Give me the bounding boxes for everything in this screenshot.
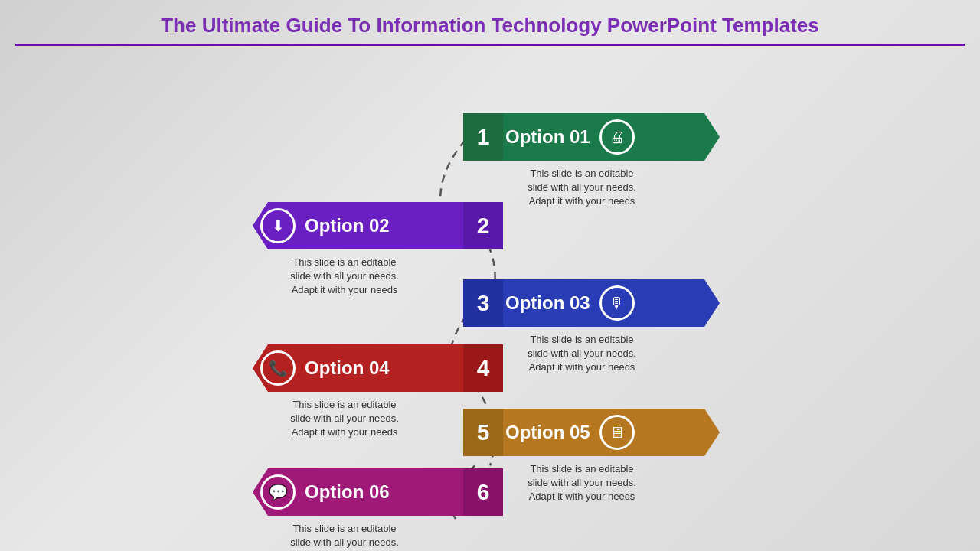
desc-02: This slide is an editable slide with all… bbox=[283, 256, 406, 298]
desc-01: This slide is an editable slide with all… bbox=[521, 167, 643, 209]
desc-03: This slide is an editable slide with all… bbox=[521, 333, 643, 375]
option-06-icon: 💬 bbox=[260, 474, 296, 510]
desc-06: This slide is an editable slide with all… bbox=[283, 522, 406, 551]
option-03-arrow: Option 03 🎙 bbox=[490, 279, 720, 327]
header-prefix: The Ultimate Guide To bbox=[161, 14, 376, 37]
num-box-2: 2 bbox=[463, 202, 503, 249]
option-02-icon: ⬇ bbox=[260, 208, 296, 243]
option-04-icon: 📞 bbox=[260, 350, 296, 386]
main-content: Option 01 🖨 1 This slide is an editable … bbox=[0, 46, 980, 542]
option-01-icon: 🖨 bbox=[599, 119, 635, 155]
option-01-label: Option 01 bbox=[505, 126, 590, 148]
option-05-label: Option 05 bbox=[505, 422, 590, 443]
option-02-label: Option 02 bbox=[305, 215, 390, 236]
num-box-4: 4 bbox=[463, 344, 503, 392]
option-06-label: Option 06 bbox=[305, 481, 390, 503]
option-02-arrow: ⬇ Option 02 bbox=[253, 202, 482, 249]
num-box-5: 5 bbox=[463, 409, 503, 456]
option-03-label: Option 03 bbox=[505, 292, 590, 314]
option-01-arrow: Option 01 🖨 bbox=[490, 113, 720, 161]
num-box-6: 6 bbox=[463, 468, 503, 516]
page-title: The Ultimate Guide To Information Techno… bbox=[15, 0, 965, 46]
option-05-icon: 🖥 bbox=[599, 415, 635, 450]
header-highlight: Information Technology PowerPoint Templa… bbox=[376, 14, 818, 37]
option-03-icon: 🎙 bbox=[599, 285, 635, 321]
num-box-3: 3 bbox=[463, 279, 503, 327]
option-04-label: Option 04 bbox=[305, 357, 390, 379]
option-05-arrow: Option 05 🖥 bbox=[490, 409, 720, 456]
desc-05: This slide is an editable slide with all… bbox=[521, 462, 643, 504]
option-06-arrow: 💬 Option 06 bbox=[253, 468, 482, 516]
desc-04: This slide is an editable slide with all… bbox=[283, 398, 406, 440]
num-box-1: 1 bbox=[463, 113, 503, 161]
option-04-arrow: 📞 Option 04 bbox=[253, 344, 482, 392]
